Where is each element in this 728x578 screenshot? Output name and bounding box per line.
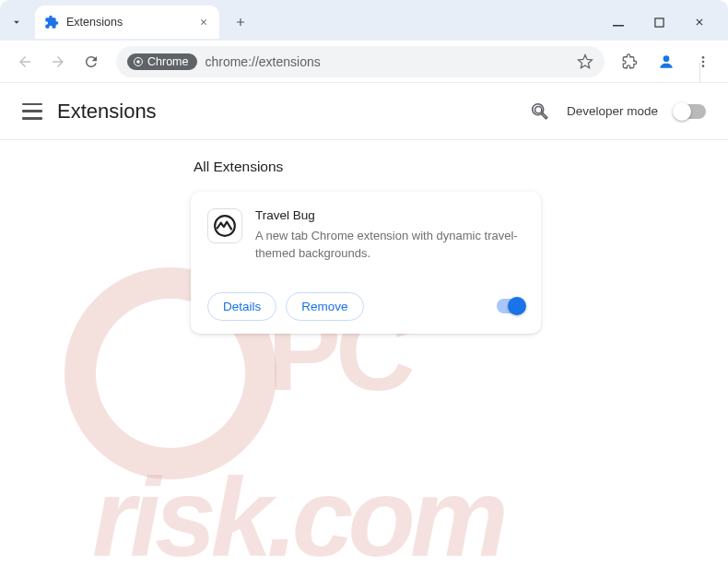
hamburger-line bbox=[22, 110, 42, 112]
section-title: All Extensions bbox=[194, 159, 728, 175]
close-tab-button[interactable] bbox=[197, 16, 210, 29]
maximize-button[interactable] bbox=[647, 10, 671, 34]
chrome-icon bbox=[133, 56, 144, 67]
chrome-chip-label: Chrome bbox=[147, 55, 188, 68]
close-window-button[interactable] bbox=[687, 10, 711, 34]
svg-point-5 bbox=[702, 56, 705, 59]
toolbar-divider bbox=[699, 63, 700, 83]
page-title: Extensions bbox=[57, 100, 157, 124]
minimize-button[interactable] bbox=[606, 10, 630, 34]
developer-mode-toggle[interactable] bbox=[675, 104, 706, 119]
plus-icon bbox=[234, 16, 247, 29]
chevron-down-icon bbox=[10, 16, 23, 29]
chrome-chip: Chrome bbox=[127, 53, 197, 70]
content-area: PC risk.com All Extensions Travel Bug A … bbox=[0, 140, 728, 334]
svg-point-4 bbox=[663, 55, 670, 62]
window-controls bbox=[606, 10, 724, 34]
minimize-icon bbox=[613, 17, 624, 28]
extensions-button[interactable] bbox=[614, 46, 645, 77]
kebab-icon bbox=[696, 54, 710, 69]
developer-mode-label: Developer mode bbox=[567, 104, 658, 118]
star-icon bbox=[577, 53, 593, 70]
forward-button[interactable] bbox=[42, 46, 74, 77]
reload-icon bbox=[83, 53, 100, 70]
svg-rect-1 bbox=[654, 18, 663, 26]
svg-point-3 bbox=[136, 60, 140, 64]
hamburger-line bbox=[22, 117, 42, 120]
svg-point-6 bbox=[702, 60, 705, 63]
svg-rect-0 bbox=[613, 25, 624, 27]
page-header: Extensions Developer mode bbox=[0, 83, 728, 140]
remove-button[interactable]: Remove bbox=[286, 292, 363, 321]
profile-button[interactable] bbox=[651, 46, 682, 77]
extension-card: Travel Bug A new tab Chrome extension wi… bbox=[191, 192, 541, 334]
arrow-right-icon bbox=[50, 53, 66, 70]
tab-title: Extensions bbox=[66, 16, 123, 29]
extension-name: Travel Bug bbox=[255, 208, 524, 222]
url-text: chrome://extensions bbox=[205, 54, 320, 69]
new-tab-button[interactable] bbox=[227, 8, 254, 36]
reload-button[interactable] bbox=[76, 46, 107, 77]
person-icon bbox=[657, 53, 675, 71]
arrow-left-icon bbox=[17, 53, 33, 70]
menu-toggle-button[interactable] bbox=[22, 103, 42, 120]
extension-enable-toggle[interactable] bbox=[497, 299, 524, 313]
browser-toolbar: Chrome chrome://extensions bbox=[0, 41, 728, 83]
tab-search-button[interactable] bbox=[4, 9, 29, 35]
tab-strip: Extensions bbox=[0, 0, 728, 41]
svg-point-7 bbox=[702, 65, 705, 67]
address-bar[interactable]: Chrome chrome://extensions bbox=[116, 46, 605, 77]
maximize-icon bbox=[654, 18, 664, 28]
back-button[interactable] bbox=[9, 46, 41, 77]
extension-description: A new tab Chrome extension with dynamic … bbox=[255, 228, 524, 263]
details-button[interactable]: Details bbox=[207, 292, 276, 321]
bookmark-button[interactable] bbox=[577, 53, 593, 70]
extension-icon bbox=[44, 15, 59, 29]
puzzle-icon bbox=[621, 53, 638, 70]
hamburger-line bbox=[22, 103, 42, 106]
search-extensions-button[interactable] bbox=[530, 101, 550, 122]
travel-icon bbox=[213, 214, 237, 238]
browser-tab[interactable]: Extensions bbox=[35, 6, 219, 39]
menu-button[interactable] bbox=[687, 46, 719, 77]
close-icon bbox=[694, 17, 705, 28]
extension-logo bbox=[207, 208, 242, 243]
search-icon bbox=[530, 101, 550, 122]
close-icon bbox=[199, 18, 208, 27]
